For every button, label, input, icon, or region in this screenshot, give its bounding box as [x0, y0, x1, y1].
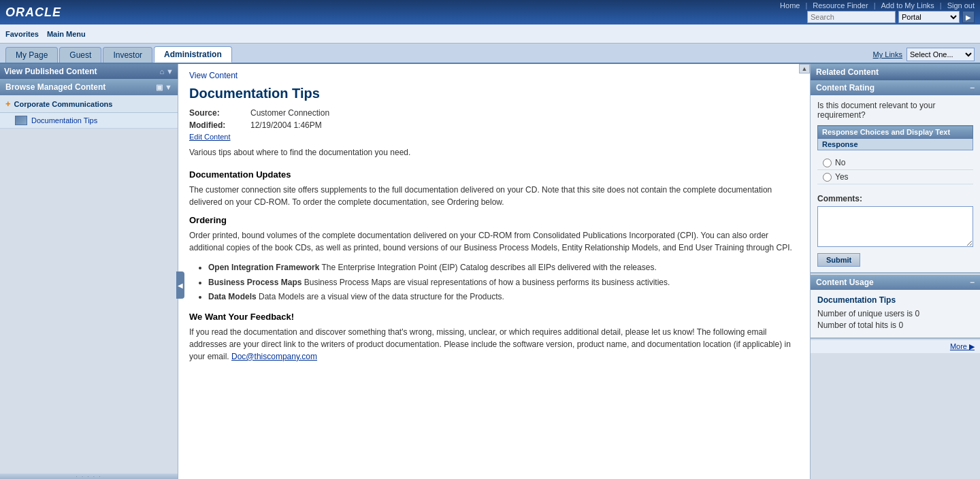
source-value: Customer Connection: [250, 108, 329, 118]
response-table: Response Choices and Display Text Respon…: [817, 125, 973, 150]
category-label: Corporate Communications: [14, 100, 113, 108]
bpm-bold: Business Process Maps: [208, 278, 301, 287]
tab-my-page[interactable]: My Page: [5, 47, 58, 63]
total-hits-stat: Number of total hits is 0: [817, 320, 973, 330]
document-title: Documentation Tips: [189, 86, 799, 101]
favorites-menu[interactable]: Favorites: [5, 30, 39, 38]
top-header: ORACLE Home | Resource Finder | Add to M…: [0, 0, 980, 24]
list-item-bpm: Business Process Maps Business Process M…: [208, 276, 799, 291]
more-link[interactable]: More ▶: [811, 340, 980, 353]
submit-button[interactable]: Submit: [817, 253, 860, 267]
radio-no-label: No: [835, 158, 845, 167]
mylinks-select[interactable]: Select One...: [906, 48, 975, 61]
category-expand-icon: +: [5, 99, 11, 109]
top-right-area: Home | Resource Finder | Add to My Links…: [780, 1, 975, 23]
modified-label: Modified:: [189, 120, 250, 130]
comments-label: Comments:: [817, 194, 973, 203]
list-item-dm: Data Models Data Models are a visual vie…: [208, 290, 799, 305]
separator-3: |: [940, 1, 942, 10]
documentation-tips-link[interactable]: Documentation Tips: [31, 116, 97, 125]
search-bar: Portal ▶: [807, 11, 975, 23]
right-panel: Related Content Content Rating − Is this…: [810, 64, 980, 479]
tab-guest[interactable]: Guest: [59, 47, 101, 63]
usage-doc-title: Documentation Tips: [817, 295, 973, 305]
content-rating-title: Content Rating: [816, 83, 875, 93]
content-description: Various tips about where to find the doc…: [189, 148, 799, 157]
main-menu[interactable]: Main Menu: [47, 30, 86, 38]
resize-indicator: · · · · ·: [76, 474, 101, 480]
content-area[interactable]: ▲ View Content Documentation Tips Source…: [178, 64, 810, 479]
dm-bold: Data Models: [208, 292, 257, 301]
view-content-link[interactable]: View Content: [189, 71, 799, 80]
sidebar: View Published Content ⌂ ▼ Browse Manage…: [0, 64, 178, 479]
sidebar-category-corporate[interactable]: + Corporate Communications: [0, 95, 178, 113]
search-input[interactable]: [807, 11, 896, 23]
edit-content-link[interactable]: Edit Content: [189, 133, 799, 141]
rating-question: Is this document relevant to your requir…: [817, 101, 973, 120]
list-item-oif: Open Integration Framework The Enterpris…: [208, 261, 799, 276]
related-content-title: Related Content: [816, 67, 879, 77]
sidebar-collapse-handle[interactable]: ◀: [176, 271, 184, 299]
top-nav-links: Home | Resource Finder | Add to My Links…: [780, 1, 975, 10]
sign-out-link[interactable]: Sign out: [947, 1, 975, 10]
content-usage-header: Content Usage −: [811, 275, 980, 290]
doc-item-icon: [15, 116, 27, 125]
content-usage-body: Documentation Tips Number of unique user…: [811, 290, 980, 337]
radio-row-yes: Yes: [817, 170, 973, 184]
feedback-title: We Want Your Feedback!: [189, 312, 799, 322]
comments-textarea[interactable]: [817, 206, 973, 247]
sidebar-item-documentation-tips[interactable]: Documentation Tips: [0, 113, 178, 129]
scroll-up-button[interactable]: ▲: [799, 64, 810, 73]
content-usage-section: Content Usage − Documentation Tips Numbe…: [811, 275, 980, 339]
tab-administration[interactable]: Administration: [154, 46, 232, 63]
add-to-my-links-link[interactable]: Add to My Links: [881, 1, 934, 10]
radio-yes[interactable]: [823, 173, 832, 182]
oracle-logo: ORACLE: [5, 5, 61, 20]
browse-expand-icon[interactable]: ▣: [156, 83, 163, 92]
oif-text: The Enterprise Integration Point (EIP) C…: [319, 263, 656, 272]
content-rating-collapse-btn[interactable]: −: [970, 83, 975, 93]
response-subheader: Response: [818, 139, 973, 150]
browse-collapse-icon[interactable]: ▼: [165, 83, 172, 92]
content-inner: View Content Documentation Tips Source: …: [178, 64, 810, 376]
tabs-bar: My Page Guest Investor Administration My…: [0, 44, 980, 64]
mylinks-bar: My Links Select One...: [873, 48, 975, 63]
content-usage-title: Content Usage: [816, 278, 874, 287]
modified-row: Modified: 12/19/2004 1:46PM: [189, 120, 799, 130]
ordering-title: Ordering: [189, 215, 799, 225]
search-go-button[interactable]: ▶: [962, 11, 975, 23]
oif-bold: Open Integration Framework: [208, 263, 319, 272]
updates-text: The customer connection site offers supp…: [189, 184, 799, 208]
radio-no[interactable]: [823, 159, 832, 167]
sidebar-header: View Published Content ⌂ ▼: [0, 64, 178, 79]
feedback-email-link[interactable]: Doc@thiscompany.com: [231, 352, 317, 361]
response-choices-header: Response Choices and Display Text: [818, 126, 973, 139]
modified-value: 12/19/2004 1:46PM: [250, 120, 322, 130]
sidebar-header-icons: ⌂ ▼: [159, 67, 174, 76]
source-label: Source:: [189, 108, 250, 118]
browse-header: Browse Managed Content ▣ ▼: [0, 79, 178, 95]
related-content-header: Related Content: [811, 64, 980, 80]
sidebar-collapse-icon[interactable]: ▼: [166, 67, 174, 76]
browse-header-icons: ▣ ▼: [156, 83, 172, 92]
my-links-link[interactable]: My Links: [873, 50, 902, 59]
updates-title: Documentation Updates: [189, 169, 799, 180]
source-row: Source: Customer Connection: [189, 108, 799, 118]
sidebar-title: View Published Content: [4, 67, 97, 76]
ordering-text: Order printed, bound volumes of the comp…: [189, 229, 799, 254]
resource-finder-link[interactable]: Resource Finder: [813, 1, 868, 10]
bpm-text: Business Process Maps are visual represe…: [301, 278, 670, 287]
unique-users-stat: Number of unique users is 0: [817, 309, 973, 318]
dm-text: Data Models are a visual view of the dat…: [257, 292, 504, 301]
sidebar-resize-bar[interactable]: · · · · ·: [0, 474, 178, 479]
browse-title: Browse Managed Content: [5, 82, 105, 92]
home-link[interactable]: Home: [780, 1, 800, 10]
content-usage-collapse-btn[interactable]: −: [970, 278, 975, 287]
sidebar-home-icon[interactable]: ⌂: [159, 67, 164, 76]
tab-investor[interactable]: Investor: [103, 47, 152, 63]
content-rating-body: Is this document relevant to your requir…: [811, 95, 980, 272]
content-rating-header: Content Rating −: [811, 80, 980, 95]
radio-row-no: No: [817, 156, 973, 170]
portal-select[interactable]: Portal: [898, 11, 960, 23]
main-layout: View Published Content ⌂ ▼ Browse Manage…: [0, 64, 980, 479]
